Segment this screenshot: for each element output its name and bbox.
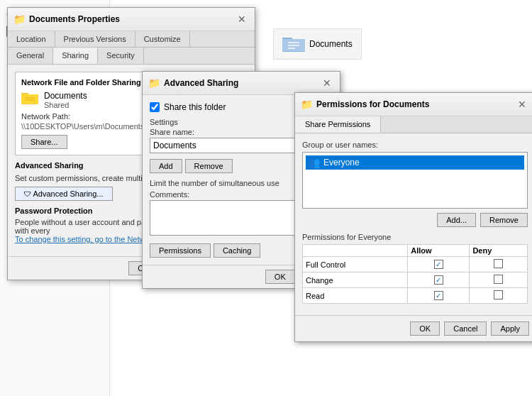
permissions-table: Allow Deny Full Control ✓ Change xyxy=(302,244,528,304)
everyone-group-icon: 👥 xyxy=(308,157,320,168)
permissions-button[interactable]: Permissions xyxy=(150,243,211,258)
svg-rect-6 xyxy=(288,42,299,43)
share-folder-label: Share this folder xyxy=(164,102,226,112)
permissions-tabs: Share Permissions xyxy=(295,116,532,133)
tab-customize[interactable]: Customize xyxy=(135,31,190,47)
permissions-apply-button[interactable]: Apply xyxy=(491,321,529,336)
group-everyone-item[interactable]: 👥 Everyone xyxy=(306,155,524,170)
permissions-dialog-title: Permissions for Documents xyxy=(316,99,429,109)
perm-change-label: Change xyxy=(303,273,408,288)
perms-col-name xyxy=(303,245,408,257)
fullcontrol-allow-checkbox[interactable]: ✓ xyxy=(434,260,443,269)
perm-change-allow[interactable]: ✓ xyxy=(408,273,470,288)
permissions-close-button[interactable]: ✕ xyxy=(515,97,529,111)
perm-read-allow[interactable]: ✓ xyxy=(408,288,470,304)
folder-documents-icon xyxy=(282,35,305,53)
perm-fullcontrol-allow[interactable]: ✓ xyxy=(408,257,470,273)
group-listbox[interactable]: 👥 Everyone xyxy=(302,152,528,209)
permissions-dialog: 📁 Permissions for Documents ✕ Share Perm… xyxy=(294,92,532,342)
permissions-body: Group or user names: 👥 Everyone Add... R… xyxy=(295,133,532,311)
share-button[interactable]: Share... xyxy=(21,135,67,149)
docs-props-tabs-row1: Location Previous Versions Customize xyxy=(8,31,255,48)
permissions-footer: OK Cancel Apply xyxy=(295,315,532,341)
perm-read-deny[interactable] xyxy=(470,288,528,304)
shared-folder-icon xyxy=(21,92,38,109)
perm-fullcontrol-label: Full Control xyxy=(303,257,408,273)
change-deny-checkbox[interactable] xyxy=(494,275,503,284)
tab-general[interactable]: General xyxy=(8,48,53,64)
advanced-sharing-button[interactable]: 🛡 Advanced Sharing... xyxy=(15,187,113,201)
perms-col-deny: Deny xyxy=(470,245,528,257)
folder-documents[interactable]: Documents xyxy=(273,28,362,60)
remove-button[interactable]: Remove xyxy=(185,159,233,173)
titlebar-left: 📁 Documents Properties xyxy=(13,13,120,25)
group-add-remove-row: Add... Remove xyxy=(302,213,528,227)
sharing-file-status: Shared xyxy=(44,101,87,109)
permissions-ok-button[interactable]: OK xyxy=(410,321,440,336)
tab-location[interactable]: Location xyxy=(8,31,55,47)
perm-row-read: Read ✓ xyxy=(303,288,528,304)
group-add-button[interactable]: Add... xyxy=(437,213,476,227)
shield-icon: 🛡 xyxy=(24,190,31,198)
read-allow-checkbox[interactable]: ✓ xyxy=(434,291,443,300)
tab-share-permissions[interactable]: Share Permissions xyxy=(295,116,381,133)
tab-previous-versions[interactable]: Previous Versions xyxy=(55,31,135,47)
permissions-for-label: Permissions for Everyone xyxy=(302,233,528,241)
docs-props-titlebar-icon: 📁 xyxy=(13,13,26,25)
caching-button[interactable]: Caching xyxy=(214,243,260,258)
docs-props-titlebar: 📁 Documents Properties ✕ xyxy=(8,8,255,31)
svg-rect-17 xyxy=(25,99,35,101)
tab-security[interactable]: Security xyxy=(98,48,144,64)
advanced-ok-button[interactable]: OK xyxy=(265,270,295,284)
add-button[interactable]: Add xyxy=(150,159,182,173)
perm-row-change: Change ✓ xyxy=(303,273,528,288)
svg-rect-16 xyxy=(25,97,35,99)
docs-props-close-button[interactable]: ✕ xyxy=(235,12,249,26)
svg-rect-7 xyxy=(288,45,299,46)
permissions-titlebar: 📁 Permissions for Documents ✕ xyxy=(295,93,532,116)
permissions-cancel-button[interactable]: Cancel xyxy=(444,321,487,336)
perm-fullcontrol-deny[interactable] xyxy=(470,257,528,273)
everyone-label: Everyone xyxy=(323,158,360,167)
docs-props-title: Documents Properties xyxy=(29,14,120,24)
group-label: Group or user names: xyxy=(302,141,528,149)
folder-documents-label: Documents xyxy=(309,39,353,49)
perm-row-fullcontrol: Full Control ✓ xyxy=(303,257,528,273)
permissions-dialog-icon: 📁 xyxy=(301,99,313,110)
advanced-sharing-dialog-icon: 📁 xyxy=(148,77,160,89)
change-allow-checkbox[interactable]: ✓ xyxy=(434,275,443,285)
share-folder-checkbox[interactable] xyxy=(150,102,160,112)
svg-rect-8 xyxy=(288,48,295,49)
svg-rect-15 xyxy=(21,94,38,104)
advanced-sharing-dialog-title: Advanced Sharing xyxy=(164,78,238,88)
read-deny-checkbox[interactable] xyxy=(494,290,503,299)
tab-sharing[interactable]: Sharing xyxy=(53,48,98,64)
perm-read-label: Read xyxy=(303,288,408,304)
advanced-sharing-close-button[interactable]: ✕ xyxy=(320,76,334,90)
fullcontrol-deny-checkbox[interactable] xyxy=(494,259,503,268)
perms-col-allow: Allow xyxy=(408,245,470,257)
docs-props-tabs-row2: General Sharing Security xyxy=(8,48,255,65)
group-remove-button[interactable]: Remove xyxy=(480,213,528,227)
perm-change-deny[interactable] xyxy=(470,273,528,288)
sharing-file-name: Documents xyxy=(44,91,87,101)
